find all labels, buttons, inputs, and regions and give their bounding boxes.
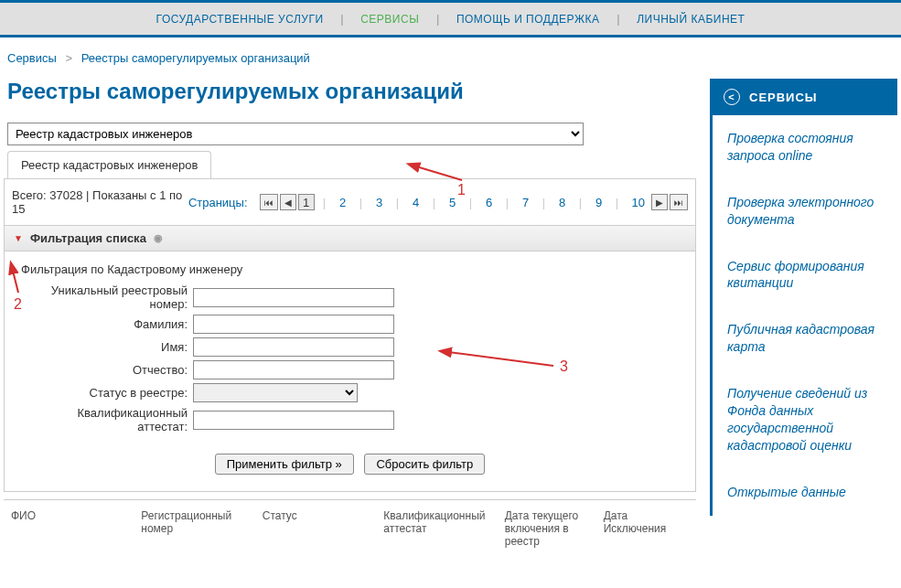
page-9[interactable]: 9 [591,194,607,210]
table-header-row: ФИО Регистрационный номер Статус Квалифи… [4,499,696,553]
label-name: Имя: [38,340,193,354]
nav-sep: | [340,12,343,26]
collapse-icon[interactable]: ▼ [14,233,23,243]
sidebar: < СЕРВИСЫ Проверка состояния запроса onl… [710,79,897,553]
breadcrumb-current[interactable]: Реестры саморегулируемых организаций [81,51,310,65]
page-next-icon[interactable]: ▶ [651,194,668,210]
page-6[interactable]: 6 [481,194,498,210]
page-3[interactable]: 3 [371,194,388,210]
th-date-exclusion[interactable]: Дата Исключения [604,509,689,548]
sidebar-item-check-doc[interactable]: Проверка электронного документа [710,179,897,243]
page-first-icon[interactable]: ⏮ [260,194,278,210]
nav-item-services[interactable]: СЕРВИСЫ [347,13,433,26]
label-cert: Квалификационный аттестат: [38,406,193,433]
tab-bar: Реестр кадастровых инженеров [4,151,696,179]
pagination: Страницы: ⏮ ◀ 1| 2| 3| 4| 5| 6| 7| 8| 9|… [184,194,688,210]
filter-title: Фильтрация списка [30,231,146,245]
filter-body: Фильтрация по Кадастровому инженеру Уник… [4,251,696,492]
input-cert[interactable] [193,411,394,430]
nav-item-account[interactable]: ЛИЧНЫЙ КАБИНЕТ [623,13,758,26]
sidebar-item-public-map[interactable]: Публичная кадастровая карта [710,306,897,370]
input-surname[interactable] [193,315,394,334]
top-nav: ГОСУДАРСТВЕННЫЕ УСЛУГИ | СЕРВИСЫ | ПОМОЩ… [0,0,901,37]
page-1[interactable]: 1 [298,194,315,210]
filter-header[interactable]: ▼ Фильтрация списка ◉ [4,226,696,251]
input-reg-no[interactable] [193,288,394,307]
page-4[interactable]: 4 [408,194,424,210]
page-last-icon[interactable]: ⏭ [670,194,688,210]
nav-sep: | [436,12,439,26]
label-surname: Фамилия: [38,317,193,331]
registry-select[interactable]: Реестр кадастровых инженеров [7,123,584,145]
records-info: Всего: 37028 | Показаны с 1 по 15 [12,188,184,216]
sidebar-item-open-data[interactable]: Открытые данные [710,469,897,516]
page-title: Реестры саморегулируемых организаций [4,79,696,104]
records-bar: Всего: 37028 | Показаны с 1 по 15 Страни… [4,179,696,226]
th-reg-no[interactable]: Регистрационный номер [141,509,262,548]
reset-filter-button[interactable]: Сбросить фильтр [364,454,485,475]
th-date-inclusion[interactable]: Дата текущего включения в реестр [505,509,604,548]
page-2[interactable]: 2 [335,194,351,210]
help-icon[interactable]: ◉ [154,232,163,244]
nav-sep: | [617,12,619,26]
th-cert[interactable]: Квалификационный аттестат [383,509,504,548]
breadcrumb: Сервисы > Реестры саморегулируемых орган… [0,37,901,79]
breadcrumb-sep: > [66,51,73,65]
sidebar-item-check-request[interactable]: Проверка состояния запроса online [710,115,897,179]
sidebar-item-receipt[interactable]: Сервис формирования квитанции [710,243,897,307]
sidebar-item-cadastral-fund[interactable]: Получение сведений из Фонда данных госуд… [710,370,897,469]
breadcrumb-root[interactable]: Сервисы [7,51,57,65]
page-5[interactable]: 5 [445,194,461,210]
nav-item-help[interactable]: ПОМОЩЬ И ПОДДЕРЖКА [443,13,614,26]
label-patronymic: Отчество: [38,363,193,377]
th-fio[interactable]: ФИО [11,509,141,548]
sidebar-title: СЕРВИСЫ [749,91,818,104]
pagination-label: Страницы: [184,194,252,210]
page-7[interactable]: 7 [518,194,534,210]
th-status[interactable]: Статус [263,509,383,548]
page-8[interactable]: 8 [554,194,571,210]
main-content: Реестры саморегулируемых организаций Рее… [4,79,696,553]
page-10[interactable]: 10 [627,194,649,210]
label-status: Статус в реестре: [38,386,193,400]
page-prev-icon[interactable]: ◀ [280,194,296,210]
back-arrow-icon[interactable]: < [724,89,740,105]
label-reg-no: Уникальный реестровый номер: [38,283,193,311]
sidebar-header[interactable]: < СЕРВИСЫ [710,79,897,115]
nav-item-gov[interactable]: ГОСУДАРСТВЕННЫЕ УСЛУГИ [143,13,338,26]
select-status[interactable] [193,383,358,402]
input-name[interactable] [193,337,394,357]
tab-registry[interactable]: Реестр кадастровых инженеров [7,151,211,178]
apply-filter-button[interactable]: Применить фильтр » [215,454,354,475]
filter-section-title: Фильтрация по Кадастровому инженеру [21,262,679,276]
input-patronymic[interactable] [193,360,394,380]
